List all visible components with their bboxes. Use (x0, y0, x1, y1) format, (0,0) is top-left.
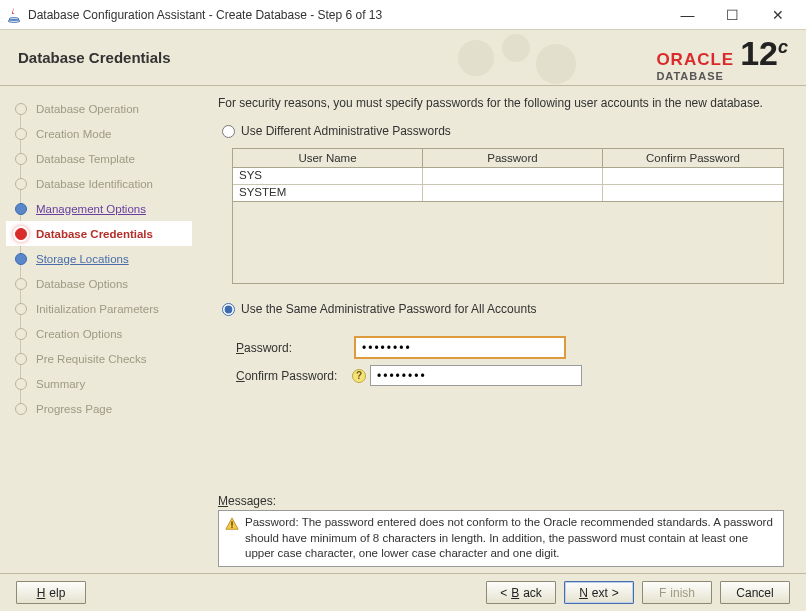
back-button[interactable]: < Back (486, 581, 556, 604)
cell-username: SYSTEM (233, 185, 423, 201)
wizard-step-5: Database Credentials (6, 221, 192, 246)
cell-password[interactable] (423, 185, 603, 201)
close-button[interactable]: ✕ (755, 1, 800, 29)
radio-same-input[interactable] (222, 303, 235, 316)
cancel-button[interactable]: Cancel (720, 581, 790, 604)
cell-confirm-password[interactable] (603, 185, 783, 201)
password-label: Password: (236, 341, 354, 355)
gears-decoration (446, 30, 606, 86)
svg-rect-5 (231, 522, 232, 526)
titlebar: Database Configuration Assistant - Creat… (0, 0, 806, 30)
wizard-step-11: Summary (6, 371, 192, 396)
finish-button: Finish (642, 581, 712, 604)
cell-username: SYS (233, 168, 423, 184)
wizard-step-label: Database Template (36, 153, 135, 165)
th-password: Password (423, 149, 603, 167)
logo-subtext: DATABASE (656, 70, 734, 82)
confirm-password-input[interactable] (370, 365, 582, 386)
table-row: SYSTEM (233, 185, 783, 201)
logo-version: 12c (740, 36, 788, 70)
cell-confirm-password[interactable] (603, 168, 783, 184)
wizard-footer: Help < Back Next > Finish Cancel (0, 573, 806, 611)
page-title: Database Credentials (18, 49, 171, 66)
java-icon (6, 7, 22, 23)
wizard-step-8: Initialization Parameters (6, 296, 192, 321)
confirm-password-label: Confirm Password: (236, 369, 354, 383)
wizard-step-10: Pre Requisite Checks (6, 346, 192, 371)
wizard-step-4[interactable]: Management Options (6, 196, 192, 221)
minimize-button[interactable]: — (665, 1, 710, 29)
wizard-step-label: Initialization Parameters (36, 303, 159, 315)
password-table-padding (232, 202, 784, 284)
wizard-step-6[interactable]: Storage Locations (6, 246, 192, 271)
window-title: Database Configuration Assistant - Creat… (28, 8, 665, 22)
warning-icon (225, 517, 239, 531)
wizard-step-1: Creation Mode (6, 121, 192, 146)
window-buttons: — ☐ ✕ (665, 1, 800, 29)
wizard-step-label: Summary (36, 378, 85, 390)
wizard-step-0: Database Operation (6, 96, 192, 121)
wizard-step-link[interactable]: Storage Locations (36, 253, 129, 265)
wizard-step-label: Creation Mode (36, 128, 111, 140)
help-button[interactable]: Help (16, 581, 86, 604)
help-icon[interactable]: ? (352, 369, 366, 383)
main-content: For security reasons, you must specify p… (196, 86, 806, 573)
wizard-step-label: Database Options (36, 278, 128, 290)
svg-rect-6 (231, 527, 232, 528)
wizard-step-label: Database Operation (36, 103, 139, 115)
messages-text: Password: The password entered does not … (245, 515, 777, 562)
oracle-logo: ORACLE DATABASE 12c (656, 36, 788, 82)
wizard-step-link[interactable]: Management Options (36, 203, 146, 215)
messages-label: Messages: (218, 494, 784, 508)
wizard-step-3: Database Identification (6, 171, 192, 196)
wizard-step-2: Database Template (6, 146, 192, 171)
th-confirm: Confirm Password (603, 149, 783, 167)
instruction-text: For security reasons, you must specify p… (218, 96, 784, 110)
radio-different-input[interactable] (222, 125, 235, 138)
svg-point-4 (536, 44, 576, 84)
password-input[interactable] (354, 336, 566, 359)
svg-point-2 (458, 40, 494, 76)
th-user: User Name (233, 149, 423, 167)
table-row: SYS (233, 168, 783, 185)
wizard-step-label: Pre Requisite Checks (36, 353, 147, 365)
password-table: User Name Password Confirm Password SYSS… (232, 148, 784, 202)
radio-different-label: Use Different Administrative Passwords (241, 124, 451, 138)
wizard-sidebar: Database OperationCreation ModeDatabase … (0, 86, 196, 573)
wizard-step-label: Creation Options (36, 328, 122, 340)
messages-box: Password: The password entered does not … (218, 510, 784, 567)
radio-same-label: Use the Same Administrative Password for… (241, 302, 536, 316)
page-header: Database Credentials ORACLE DATABASE 12c (0, 30, 806, 86)
svg-point-3 (502, 34, 530, 62)
radio-different-passwords[interactable]: Use Different Administrative Passwords (222, 124, 784, 138)
wizard-step-label: Progress Page (36, 403, 112, 415)
svg-point-1 (8, 19, 20, 22)
wizard-step-label: Database Credentials (36, 228, 153, 240)
wizard-step-7: Database Options (6, 271, 192, 296)
cell-password[interactable] (423, 168, 603, 184)
wizard-step-label: Database Identification (36, 178, 153, 190)
maximize-button[interactable]: ☐ (710, 1, 755, 29)
radio-same-password[interactable]: Use the Same Administrative Password for… (222, 302, 784, 316)
next-button[interactable]: Next > (564, 581, 634, 604)
wizard-step-9: Creation Options (6, 321, 192, 346)
logo-brand: ORACLE (656, 50, 734, 70)
wizard-step-12: Progress Page (6, 396, 192, 421)
